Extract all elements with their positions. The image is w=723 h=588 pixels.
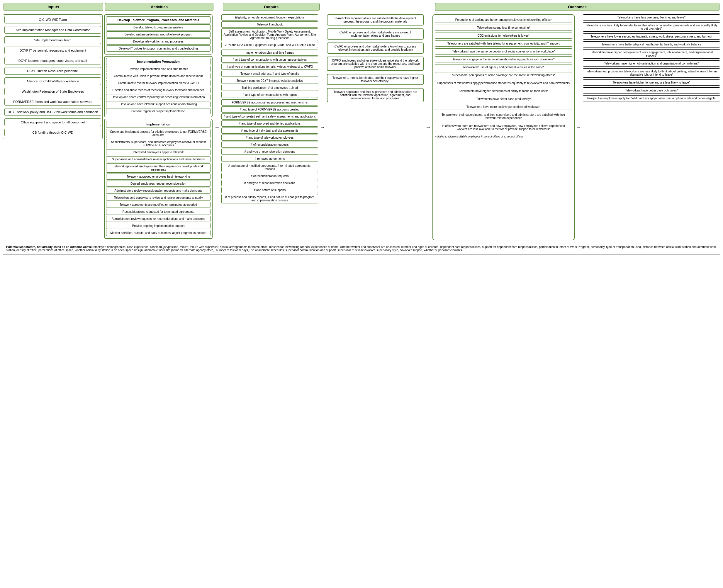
- out-2-9: # and nature of modified agreements, # t…: [221, 163, 318, 172]
- mid-0: Stakeholder representatives are satisfie…: [327, 14, 424, 25]
- act-0-2: Develop telework forms and processes: [106, 38, 210, 45]
- out-1-0: Implementation plan and time frames: [221, 49, 318, 56]
- out-1-5: Training curriculum, # of employees trai…: [221, 85, 318, 91]
- out-2-3: # and type of approved and denied applic…: [221, 121, 318, 127]
- main-diagram: QIC-WD WIE Team Site Implementation Mana…: [3, 14, 720, 240]
- oc-left-12: Teleworkers, their subordinates, and the…: [435, 112, 572, 121]
- act-2-4: Telework-approved employees and their su…: [106, 163, 210, 173]
- act-2-1: Administrators, supervisors, and interes…: [106, 139, 210, 148]
- footer-title: Potential Moderators, not already listed…: [6, 245, 92, 249]
- act-1-0: Develop implementation plan and time fra…: [106, 66, 210, 72]
- act-1-4: Develop and share central repository for…: [106, 94, 210, 100]
- out-2-7: # and type of reconsideration decisions: [221, 149, 318, 155]
- oc-left-6: Teleworkers' use of agency and personal …: [435, 64, 572, 70]
- out-0-3: VPN and RSA Guide, Equipment Setup Guide…: [221, 42, 318, 48]
- act-2-7: Administrators review reconsideration re…: [106, 188, 210, 194]
- mid-5: Telework applicants and their supervisor…: [327, 88, 424, 102]
- out-2-13: # of process and fidelity reports, # and…: [221, 194, 318, 204]
- outputs-header: Outputs: [223, 3, 319, 11]
- oc-left-10: Teleworkers have better case productivit…: [435, 96, 572, 102]
- oc-left-4: Teleworkers have the same perceptions of…: [435, 48, 572, 55]
- footer: Potential Moderators, not already listed…: [3, 243, 720, 254]
- outputs-section-1: Implementation plan and time frames # an…: [221, 49, 318, 98]
- act-2-11: Administrators review requests for recon…: [106, 216, 210, 222]
- act-2-12: Provide ongoing implementation support: [106, 223, 210, 229]
- arrow-out-mid: →: [319, 14, 326, 240]
- act-0-1: Develop written guidelines around telewo…: [106, 31, 210, 38]
- out-2-0: FORMVERSE account set-up processes and m…: [221, 99, 318, 106]
- mid-3: CWFO employees and other stakeholders un…: [327, 57, 424, 71]
- act-2-0: Create and implement process for eligibl…: [106, 129, 210, 138]
- input-10: Office equipment and space for all perso…: [4, 119, 101, 126]
- oc-left-13: In offices were there are teleworkers an…: [435, 123, 572, 132]
- act-2-5: Telework-approved employees begin telewo…: [106, 173, 210, 180]
- section-prep-title: Implementation Preparation: [106, 58, 210, 65]
- section-impl-title: Implementation: [106, 121, 210, 128]
- out-2-11: # and type of reconsideration decisions: [221, 180, 318, 186]
- input-1: Site Implementation Manager and Data Coo…: [4, 26, 101, 34]
- outcomes-note: *relative to telework-eligible employees…: [435, 135, 572, 138]
- outcomes-header: Outcomes: [435, 3, 720, 11]
- section-prep: Implementation Preparation Develop imple…: [104, 56, 212, 117]
- oc-right-6: Teleworkers and prospective teleworkers …: [583, 68, 720, 78]
- act-2-13: Monitor activities, outputs, and early o…: [106, 230, 210, 236]
- out-2-10: # of reconsideration requests: [221, 173, 318, 179]
- input-9: DCYF telework policy and DSHS telework f…: [4, 108, 101, 116]
- input-11: CB funding through QIC-WD: [4, 129, 101, 136]
- input-7: Washington Federation of State Employees: [4, 88, 101, 95]
- act-0-3: Develop IT guides to support connecting …: [106, 45, 210, 51]
- oc-right-2: Teleworkers have lower secondary traumat…: [583, 34, 720, 40]
- oc-left-5: Teleworkers engage in the same informati…: [435, 56, 572, 62]
- arrow-mid-oc: →: [425, 14, 431, 240]
- oc-left-2: CO2 emissions for teleworkers is lower*: [435, 33, 572, 39]
- outcomes-section: Perceptions of parking are better among …: [432, 14, 720, 240]
- activities-header: Activities: [105, 3, 213, 11]
- outputs-column: Eligibility, schedule, equipment, locati…: [221, 14, 318, 240]
- input-4: DCYF leaders, managers, supervisors, and…: [4, 57, 101, 64]
- oc-right-4: Teleworkers have higher perceptions of w…: [583, 49, 720, 59]
- inputs-column: QIC-WD WIE Team Site Implementation Mana…: [3, 14, 103, 240]
- out-2-4: # and type of individual and site agreem…: [221, 127, 318, 134]
- arrow-oc-right: →: [576, 14, 582, 240]
- act-2-3: Supervisors and administrators review ap…: [106, 156, 210, 162]
- mid-1: CWFO employees and other stakeholders ar…: [327, 28, 424, 40]
- act-2-10: Reconsiderations requested for terminate…: [106, 209, 210, 215]
- outputs-section-0: Eligibility, schedule, equipment, locati…: [221, 14, 318, 48]
- out-2-6: # of reconsideration requests: [221, 142, 318, 148]
- out-1-2: # and type of communications (emails, vi…: [221, 64, 318, 70]
- out-2-1: # and type of FORMVERSE accounts created: [221, 106, 318, 112]
- act-2-9: Telework agreements are modified or term…: [106, 202, 210, 208]
- section-develop: Develop Telework Program, Processes, and…: [104, 14, 212, 55]
- out-0-1: Telework Handbook: [221, 21, 318, 27]
- footer-text: employee demographics, case experience, …: [6, 245, 716, 252]
- act-0-0: Develop telework program parameters: [106, 24, 210, 30]
- inputs-list: QIC-WD WIE Team Site Implementation Mana…: [3, 14, 103, 139]
- oc-left-3: Teleworkers are satisfied with their tel…: [435, 40, 572, 47]
- oc-left-0: Perceptions of parking are better among …: [435, 17, 572, 23]
- oc-right-7: Teleworkers have higher tenure and are l…: [583, 80, 720, 86]
- arrow-act-out: →: [214, 14, 220, 240]
- oc-left-11: Teleworkers have more positive perceptio…: [435, 104, 572, 110]
- oc-right-5: Teleworkers have higher job satisfaction…: [583, 60, 720, 66]
- act-1-1: Communicate with union to provide status…: [106, 73, 210, 79]
- input-5: DCYF Human Resources personnel: [4, 67, 101, 75]
- out-1-3: Telework email address, # and type of em…: [221, 71, 318, 77]
- section-impl: Implementation Create and implement proc…: [104, 119, 212, 239]
- input-2: Site Implementation Team: [4, 36, 101, 44]
- section-develop-title: Develop Telework Program, Processes, and…: [106, 16, 210, 23]
- oc-right-3: Teleworkers have better physical health,…: [583, 41, 720, 47]
- oc-right-1: Teleworkers are less likely to transfer …: [583, 22, 720, 31]
- mid-2: CWFO employees and other stakeholders kn…: [327, 42, 424, 54]
- act-2-2: Interested employees apply to telework: [106, 149, 210, 155]
- input-0: QIC-WD WIE Team: [4, 16, 101, 23]
- activities-column: Develop Telework Program, Processes, and…: [104, 14, 212, 240]
- out-2-5: # and type of teleworking employees: [221, 134, 318, 141]
- act-1-5: Develop and offer telework support sessi…: [106, 101, 210, 107]
- oc-right-8: Teleworkers have better case outcomes*: [583, 87, 720, 93]
- oc-left-7: Supervisors' perceptions of office cover…: [435, 72, 572, 78]
- oc-right-9: Prospective employees apply to CWFO and …: [583, 95, 720, 101]
- act-2-8: Teleworkers and supervisors review and r…: [106, 195, 210, 201]
- out-2-2: # and type of completed self- and safety…: [221, 113, 318, 120]
- input-6: Alliance for Child Welfare Excellence: [4, 77, 101, 85]
- oc-right-0: Teleworkers have less overtime, flextime…: [583, 14, 720, 21]
